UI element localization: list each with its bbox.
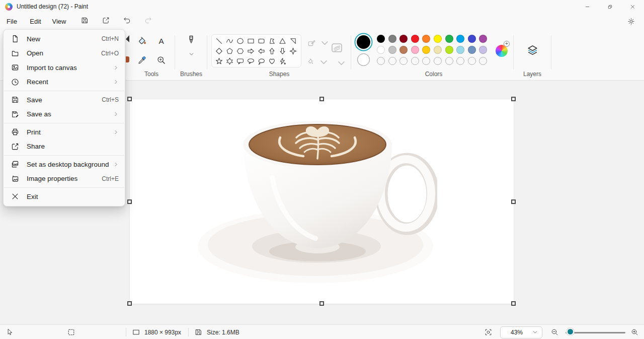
eyedropper-tool-button[interactable] bbox=[132, 52, 151, 71]
file-menu-item-recent[interactable]: Recent bbox=[4, 75, 125, 90]
restore-button[interactable] bbox=[599, 0, 621, 13]
undo-button[interactable] bbox=[119, 15, 134, 28]
color-swatch-empty[interactable] bbox=[456, 57, 464, 65]
brushes-button[interactable] bbox=[183, 34, 200, 57]
color-swatch-000000[interactable] bbox=[377, 35, 385, 43]
shape-thought-bubble[interactable] bbox=[256, 56, 267, 66]
color-swatch-c8bfe7[interactable] bbox=[479, 46, 487, 54]
color-swatch-efe4b0[interactable] bbox=[434, 46, 442, 54]
fit-to-screen-button[interactable] bbox=[484, 325, 493, 339]
file-menu-item-exit[interactable]: Exit bbox=[4, 189, 125, 204]
file-menu-item-set-as-desktop-background[interactable]: Set as desktop background bbox=[4, 157, 125, 172]
redo-button[interactable] bbox=[140, 15, 155, 28]
shape-triangle[interactable] bbox=[277, 36, 288, 46]
shape-speech-rounded[interactable] bbox=[235, 56, 246, 66]
shape-arrow-left[interactable] bbox=[256, 46, 267, 56]
zoom-dropdown[interactable]: 43% bbox=[500, 326, 542, 338]
close-button[interactable] bbox=[621, 0, 644, 13]
canvas[interactable] bbox=[130, 99, 514, 304]
color-swatch-7f7f7f[interactable] bbox=[388, 35, 396, 43]
stroke-size-chevron[interactable] bbox=[333, 58, 346, 68]
chevron-down-icon[interactable] bbox=[189, 51, 194, 57]
color-swatch-ffaec9[interactable] bbox=[411, 46, 419, 54]
shape-star-five[interactable] bbox=[214, 56, 224, 66]
edit-colors-button[interactable]: + bbox=[496, 45, 508, 57]
color-swatch-empty[interactable] bbox=[399, 57, 408, 65]
share-button[interactable] bbox=[98, 15, 113, 28]
resize-handle-bottom-right[interactable] bbox=[511, 301, 516, 306]
resize-handle-top-left[interactable] bbox=[127, 97, 132, 101]
color-swatch-empty[interactable] bbox=[445, 57, 453, 65]
shape-heart[interactable] bbox=[267, 56, 277, 66]
shape-diamond[interactable] bbox=[214, 46, 224, 56]
layers-button[interactable] bbox=[526, 44, 540, 58]
minimize-button[interactable] bbox=[576, 0, 599, 13]
color-swatch-99d9ea[interactable] bbox=[456, 46, 464, 54]
color-swatch-fff200[interactable] bbox=[434, 35, 442, 43]
file-menu-item-import-to-canvas[interactable]: Import to canvas bbox=[4, 60, 125, 75]
color-swatch-empty[interactable] bbox=[434, 57, 442, 65]
color-swatch-b97a57[interactable] bbox=[399, 46, 408, 54]
shape-arrow-right[interactable] bbox=[246, 46, 256, 56]
zoom-in-button[interactable] bbox=[630, 325, 639, 339]
color-swatch-empty[interactable] bbox=[411, 57, 419, 65]
shape-fill-button[interactable] bbox=[306, 57, 329, 67]
color-swatch-a349a4[interactable] bbox=[479, 35, 487, 43]
file-menu-item-save[interactable]: SaveCtrl+S bbox=[4, 93, 125, 107]
shape-pentagon[interactable] bbox=[224, 46, 235, 56]
shape-star-four[interactable] bbox=[288, 46, 298, 56]
menu-file[interactable]: File bbox=[0, 15, 24, 28]
shape-arrow-down[interactable] bbox=[277, 46, 288, 56]
shape-ellipse[interactable] bbox=[235, 36, 246, 46]
color-swatch-00a2e8[interactable] bbox=[456, 35, 464, 43]
shape-arrow-up[interactable] bbox=[267, 46, 277, 56]
file-menu-item-print[interactable]: Print bbox=[4, 125, 125, 140]
foreground-color-swatch[interactable] bbox=[357, 35, 370, 49]
file-menu-item-save-as[interactable]: Save as bbox=[4, 107, 125, 122]
color-swatch-ed1c24[interactable] bbox=[411, 35, 419, 43]
shape-curve[interactable] bbox=[224, 36, 235, 46]
shape-outline-button[interactable] bbox=[307, 38, 330, 48]
color-swatch-ffffff[interactable] bbox=[377, 46, 385, 54]
shape-lightning[interactable] bbox=[277, 56, 288, 66]
resize-handle-top-right[interactable] bbox=[511, 97, 516, 101]
text-tool-tool-button[interactable]: A bbox=[151, 33, 171, 52]
color-swatch-880015[interactable] bbox=[399, 35, 408, 43]
color-swatch-empty[interactable] bbox=[422, 57, 430, 65]
file-menu-item-share[interactable]: Share bbox=[4, 140, 125, 154]
shape-rectangle[interactable] bbox=[246, 36, 256, 46]
resize-handle-middle-left[interactable] bbox=[127, 199, 132, 204]
color-swatch-22b14c[interactable] bbox=[445, 35, 453, 43]
file-menu-item-image-properties[interactable]: Image propertiesCtrl+E bbox=[4, 172, 125, 186]
zoom-slider-thumb[interactable] bbox=[567, 328, 574, 335]
color-swatch-ffc90e[interactable] bbox=[422, 46, 430, 54]
zoom-out-button[interactable] bbox=[550, 325, 559, 339]
color-swatch-empty[interactable] bbox=[388, 57, 396, 65]
fill-bucket-tool-button[interactable] bbox=[132, 33, 151, 52]
color-swatch-3f48cc[interactable] bbox=[468, 35, 476, 43]
color-swatch-empty[interactable] bbox=[468, 57, 476, 65]
color-swatch-c3c3c3[interactable] bbox=[388, 46, 396, 54]
zoom-slider-track[interactable] bbox=[566, 332, 625, 333]
magnifier-tool-button[interactable] bbox=[151, 52, 171, 71]
resize-handle-bottom-left[interactable] bbox=[127, 301, 132, 306]
resize-handle-top-center[interactable] bbox=[319, 97, 324, 101]
save-button[interactable] bbox=[77, 15, 92, 28]
background-color-swatch[interactable] bbox=[357, 53, 370, 66]
file-menu-item-new[interactable]: NewCtrl+N bbox=[4, 32, 125, 46]
menu-view[interactable]: View bbox=[47, 15, 71, 28]
shape-star-six[interactable] bbox=[224, 56, 235, 66]
color-swatch-7092be[interactable] bbox=[468, 46, 476, 54]
menu-edit[interactable]: Edit bbox=[24, 15, 47, 28]
shape-polygon[interactable] bbox=[267, 36, 277, 46]
color-swatch-ff7f27[interactable] bbox=[422, 35, 430, 43]
resize-handle-middle-right[interactable] bbox=[511, 199, 516, 204]
shape-right-triangle[interactable] bbox=[288, 36, 298, 46]
color-swatch-b5e61d[interactable] bbox=[445, 46, 453, 54]
settings-button[interactable] bbox=[624, 15, 638, 27]
file-menu-item-open[interactable]: OpenCtrl+O bbox=[4, 46, 125, 61]
shape-line[interactable] bbox=[214, 36, 224, 46]
shape-hexagon[interactable] bbox=[235, 46, 246, 56]
shape-speech-oval[interactable] bbox=[246, 56, 256, 66]
stroke-size-button[interactable] bbox=[330, 41, 344, 55]
